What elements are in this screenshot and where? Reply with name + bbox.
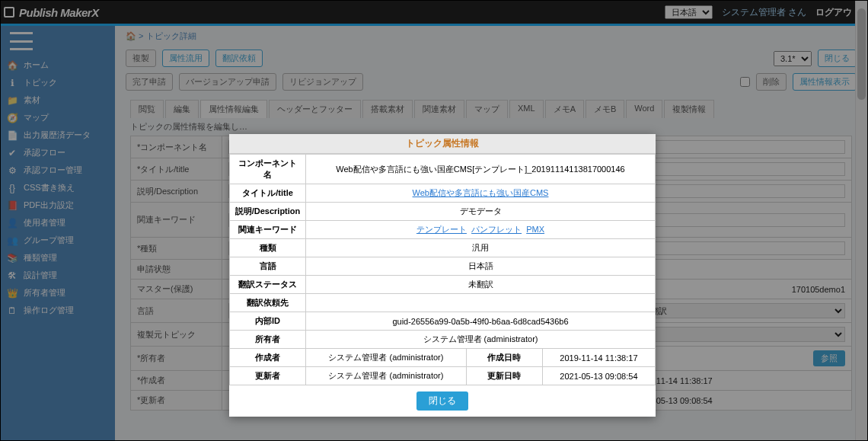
modal: トピック属性情報 コンポーネント名Web配信や多言語にも強い国産CMS[テンプレ… <box>229 134 656 417</box>
modal-close-button[interactable]: 閉じる <box>416 391 468 411</box>
kw-link[interactable]: パンフレット <box>471 225 522 234</box>
kw-link[interactable]: テンプレート <box>416 225 467 234</box>
kw-link[interactable]: PMX <box>526 225 544 234</box>
modal-title: トピック属性情報 <box>229 134 656 154</box>
modal-title-link[interactable]: Web配信や多言語にも強い国産CMS <box>413 188 549 197</box>
modal-component: Web配信や多言語にも強い国産CMS[テンプレート]_2019111411381… <box>306 155 656 184</box>
